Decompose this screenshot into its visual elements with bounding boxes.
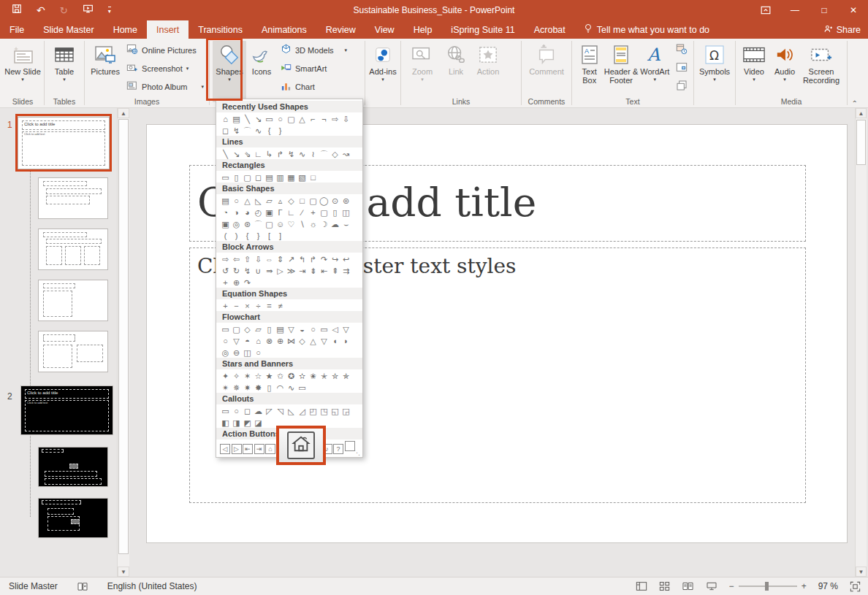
canvas-scrollbar[interactable]: ▲ ▼ xyxy=(855,108,867,577)
basic-shapes-shape-17[interactable]: ▣ xyxy=(264,207,275,218)
stars-and-banners-shape-1[interactable]: ✦ xyxy=(220,370,231,382)
basic-shapes-shape-16[interactable]: ◴ xyxy=(253,207,264,218)
stars-and-banners-shape-11[interactable]: ✮ xyxy=(330,370,340,382)
table-button[interactable]: Table ▾ xyxy=(47,41,81,82)
flowchart-shape-13[interactable]: ○ xyxy=(220,335,231,347)
online-pictures-button[interactable]: Online Pictures xyxy=(124,41,206,59)
basic-shapes-shape-5[interactable]: ▱ xyxy=(264,195,275,207)
block-arrows-shape-14[interactable]: ↻ xyxy=(231,265,242,277)
recently-used-shape-16[interactable]: ∿ xyxy=(253,125,264,137)
share-button[interactable]: Share xyxy=(823,20,861,39)
callouts-shape-2[interactable]: ○ xyxy=(231,405,242,417)
callouts-shape-11[interactable]: ◱ xyxy=(330,405,340,417)
normal-view-icon[interactable] xyxy=(636,581,647,591)
rectangles-shape-4[interactable]: ◻ xyxy=(253,172,264,183)
rectangles-shape-7[interactable]: ▦ xyxy=(286,172,297,183)
block-arrows-shape-18[interactable]: ▷ xyxy=(275,265,286,277)
basic-shapes-shape-20[interactable]: ∕ xyxy=(297,207,308,218)
basic-shapes-shape-40[interactable]: } xyxy=(253,230,264,242)
stars-and-banners-shape-8[interactable]: ✫ xyxy=(297,370,308,382)
basic-shapes-shape-15[interactable]: ◕ xyxy=(242,207,253,218)
basic-shapes-shape-8[interactable]: □ xyxy=(297,195,308,207)
callouts-shape-16[interactable]: ◪ xyxy=(253,417,264,429)
flowchart-shape-11[interactable]: ◁ xyxy=(330,323,340,335)
pictures-button[interactable]: Pictures xyxy=(88,41,123,76)
flowchart-shape-12[interactable]: ▽ xyxy=(340,323,351,335)
rectangles-shape-3[interactable]: ▢ xyxy=(242,172,253,183)
video-button[interactable]: Video ▾ xyxy=(739,41,769,82)
tab-view[interactable]: View xyxy=(365,20,404,39)
callouts-shape-7[interactable]: ◺ xyxy=(286,405,297,417)
thumbnail-master-2[interactable]: Click to add title Click to add text xyxy=(20,385,113,435)
equation-shapes-shape-4[interactable]: ÷ xyxy=(253,300,264,312)
block-arrows-shape-7[interactable]: ↗ xyxy=(286,253,297,265)
basic-shapes-shape-25[interactable]: ▣ xyxy=(220,218,231,230)
action-buttons-shape-1[interactable]: ◁ xyxy=(220,444,230,454)
flowchart-shape-18[interactable]: ⊕ xyxy=(275,335,286,347)
basic-shapes-shape-6[interactable]: ▵ xyxy=(275,195,286,207)
flowchart-shape-23[interactable]: ◖ xyxy=(330,335,340,347)
thumbnail-layout-1[interactable] xyxy=(38,177,108,219)
callouts-shape-12[interactable]: ◲ xyxy=(340,405,351,417)
flowchart-shape-5[interactable]: ▯ xyxy=(264,323,275,335)
recently-used-shape-4[interactable]: ↘ xyxy=(253,113,264,125)
tab-slide-master[interactable]: Slide Master xyxy=(34,20,103,39)
lines-shape-10[interactable]: ⌒ xyxy=(319,148,330,160)
lines-shape-6[interactable]: ↱ xyxy=(275,148,286,160)
flowchart-shape-22[interactable]: ▽ xyxy=(319,335,330,347)
basic-shapes-shape-22[interactable]: ▢ xyxy=(319,207,330,218)
basic-shapes-shape-31[interactable]: ♡ xyxy=(286,218,297,230)
basic-shapes-shape-9[interactable]: ▢ xyxy=(308,195,319,207)
basic-shapes-shape-4[interactable]: ◺ xyxy=(253,195,264,207)
rectangles-shape-9[interactable]: □ xyxy=(308,172,319,183)
screenshot-button[interactable]: Screenshot ▾ xyxy=(124,59,206,77)
flowchart-shape-17[interactable]: ⊗ xyxy=(264,335,275,347)
basic-shapes-shape-30[interactable]: ☺ xyxy=(275,218,286,230)
basic-shapes-shape-27[interactable]: ⊛ xyxy=(242,218,253,230)
lines-shape-7[interactable]: ↯ xyxy=(286,148,297,160)
lines-shape-2[interactable]: ↘ xyxy=(231,148,242,160)
header-footer-button[interactable]: Header & Footer xyxy=(604,41,638,85)
thumbnail-layout-2[interactable] xyxy=(38,229,108,270)
recently-used-shape-1[interactable]: ⌂ xyxy=(220,113,231,125)
wordart-button[interactable]: A WordArt ▾ xyxy=(639,41,671,82)
lines-shape-3[interactable]: ⇘ xyxy=(242,148,253,160)
text-box-button[interactable]: A Text Box xyxy=(575,41,604,85)
lines-shape-4[interactable]: ∟ xyxy=(253,148,264,160)
icons-button[interactable]: Icons xyxy=(246,41,277,76)
flowchart-shape-16[interactable]: ⌂ xyxy=(253,335,264,347)
callouts-shape-15[interactable]: ◩ xyxy=(242,417,253,429)
stars-and-banners-shape-3[interactable]: ✶ xyxy=(242,370,253,382)
block-arrows-shape-19[interactable]: ≫ xyxy=(286,265,297,277)
basic-shapes-shape-12[interactable]: ⊚ xyxy=(340,195,351,207)
stars-and-banners-shape-5[interactable]: ★ xyxy=(264,370,275,382)
equation-shapes-shape-1[interactable]: + xyxy=(220,300,231,312)
block-arrows-shape-4[interactable]: ⇩ xyxy=(253,253,264,265)
collapse-ribbon-icon[interactable]: ⌃ xyxy=(852,99,858,107)
tab-ispring-suite[interactable]: iSpring Suite 11 xyxy=(441,20,524,39)
recently-used-shape-2[interactable]: ▤ xyxy=(231,113,242,125)
recently-used-shape-10[interactable]: ¬ xyxy=(319,113,330,125)
callouts-shape-4[interactable]: ☁ xyxy=(253,405,264,417)
ribbon-display-options-icon[interactable] xyxy=(751,0,780,20)
stars-and-banners-shape-13[interactable]: ✴ xyxy=(220,382,231,394)
basic-shapes-shape-32[interactable]: ∖ xyxy=(297,218,308,230)
callouts-shape-9[interactable]: ◰ xyxy=(308,405,319,417)
tab-file[interactable]: File xyxy=(0,20,34,39)
screen-recording-button[interactable]: Screen Recording xyxy=(800,41,842,85)
rectangles-shape-1[interactable]: ▭ xyxy=(220,172,231,183)
flowchart-shape-15[interactable]: ◓ xyxy=(242,335,253,347)
thumbnail-dark-layout-1[interactable] xyxy=(38,447,108,487)
recently-used-shape-8[interactable]: △ xyxy=(297,113,308,125)
flowchart-shape-6[interactable]: ▤ xyxy=(275,323,286,335)
lines-shape-11[interactable]: ◇ xyxy=(330,148,340,160)
block-arrows-shape-21[interactable]: ⇟ xyxy=(308,265,319,277)
recently-used-shape-14[interactable]: ↯ xyxy=(231,125,242,137)
lines-shape-5[interactable]: ↳ xyxy=(264,148,275,160)
close-button[interactable]: ✕ xyxy=(839,0,868,20)
block-arrows-shape-1[interactable]: ⇨ xyxy=(220,253,231,265)
basic-shapes-shape-34[interactable]: ☽ xyxy=(319,218,330,230)
recently-used-shape-5[interactable]: ▭ xyxy=(264,113,275,125)
zoom-slider-thumb[interactable] xyxy=(765,582,769,591)
stars-and-banners-shape-10[interactable]: ✭ xyxy=(319,370,330,382)
